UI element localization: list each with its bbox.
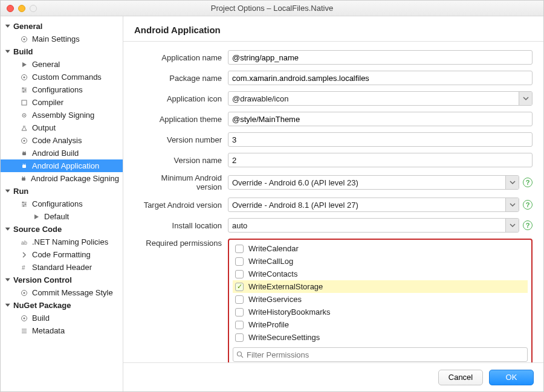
checkbox-icon[interactable] [235, 333, 244, 342]
permission-label: WriteCallLog [248, 257, 293, 266]
cancel-button[interactable]: Cancel [438, 370, 483, 385]
sidebar-item[interactable]: Main Settings [1, 33, 123, 45]
sidebar-item[interactable]: Code Analysis [1, 134, 123, 147]
input-app-name[interactable] [228, 50, 533, 65]
dialog-footer: Cancel OK [123, 362, 543, 391]
input-package-name[interactable] [228, 71, 533, 85]
permission-row[interactable]: WriteHistoryBookmarks [233, 306, 528, 318]
permission-label: WriteContacts [248, 269, 297, 278]
permission-row[interactable]: WriteProfile [233, 318, 528, 331]
disclosure-triangle-icon [5, 24, 10, 27]
sidebar-item-label: Configurations [32, 85, 83, 94]
sidebar-category-label: NuGet Package [13, 301, 71, 310]
permission-label: WriteSecureSettings [248, 333, 320, 342]
help-icon[interactable]: ? [523, 220, 533, 230]
sidebar-item[interactable]: General [1, 58, 123, 71]
main-panel: Android Application Application name Pac… [123, 16, 543, 391]
sidebar-category[interactable]: Build [1, 45, 123, 58]
sidebar-item[interactable]: Metadata [1, 324, 123, 337]
sidebar-category-label: Run [13, 187, 28, 196]
close-window-icon[interactable] [7, 5, 14, 12]
sidebar-item[interactable]: Code Formatting [1, 248, 123, 261]
sidebar-item[interactable]: Build [1, 312, 123, 324]
checkbox-icon[interactable] [235, 308, 244, 316]
android-icon [20, 175, 27, 183]
svg-line-22 [22, 176, 23, 178]
target-icon [20, 314, 28, 323]
help-icon[interactable]: ? [523, 200, 533, 210]
page-title: Android Application [134, 25, 533, 35]
dropdown-app-icon[interactable]: @drawable/icon [228, 91, 533, 106]
minimize-window-icon[interactable] [18, 5, 25, 12]
window-controls [1, 5, 37, 12]
sidebar-item-label: Compiler [32, 98, 63, 107]
sidebar-category[interactable]: Run [1, 185, 123, 198]
sidebar-item-label: Metadata [32, 326, 65, 335]
svg-point-12 [24, 115, 25, 116]
permission-row[interactable]: WriteCalendar [233, 242, 528, 255]
sidebar-category-label: Build [13, 47, 33, 56]
sidebar-item[interactable]: Configurations [1, 198, 123, 210]
play-icon [32, 213, 40, 221]
sidebar-item[interactable]: Android Package Signing [1, 172, 123, 185]
svg-point-29 [23, 205, 24, 206]
label-version-number: Version number [134, 135, 228, 144]
checkbox-icon[interactable] [235, 257, 244, 266]
chevron-down-icon[interactable] [519, 92, 532, 105]
label-app-theme: Application theme [134, 115, 228, 124]
label-install-location: Install location [134, 221, 228, 230]
sidebar-item[interactable]: Configurations [1, 83, 123, 96]
sidebar-item[interactable]: Android Build [1, 147, 123, 159]
sidebar-category[interactable]: NuGet Package [1, 299, 123, 312]
input-version-name[interactable] [228, 153, 533, 167]
dropdown-min-sdk[interactable]: Override - Android 6.0 (API level 23) [228, 175, 519, 190]
sidebar-item[interactable]: Compiler [1, 96, 123, 109]
label-package-name: Package name [134, 74, 228, 83]
sidebar-item-label: .NET Naming Policies [32, 237, 108, 246]
sidebar-item[interactable]: Custom Commands [1, 71, 123, 83]
chevron-down-icon[interactable] [505, 176, 519, 189]
sidebar-item-label: Configurations [32, 199, 83, 208]
sidebar-category[interactable]: General [1, 20, 123, 33]
sidebar-item[interactable]: Output [1, 121, 123, 134]
input-version-number[interactable] [228, 132, 533, 147]
sidebar-item-label: Standard Header [32, 263, 92, 272]
sidebar-category[interactable]: Source Code [1, 223, 123, 236]
svg-point-14 [24, 140, 25, 141]
permission-row[interactable]: WriteContacts [233, 268, 528, 280]
sidebar-item[interactable]: Android Application [1, 159, 123, 172]
list-icon [20, 327, 28, 335]
ok-button[interactable]: OK [489, 370, 534, 385]
permission-row[interactable]: WriteCallLog [233, 255, 528, 268]
target-icon [20, 289, 28, 297]
permissions-list[interactable]: WriteCalendarWriteCallLogWriteContacts✓W… [233, 242, 528, 344]
sidebar-item[interactable]: Assembly Signing [1, 109, 123, 121]
chevron-down-icon[interactable] [505, 198, 519, 211]
permission-row[interactable]: WriteGservices [233, 293, 528, 306]
sidebar-category[interactable]: Version Control [1, 274, 123, 286]
permissions-filter-input[interactable] [233, 347, 528, 362]
permission-row[interactable]: ✓WriteExternalStorage [233, 280, 528, 293]
sidebar-item[interactable]: #Standard Header [1, 261, 123, 274]
sidebar[interactable]: GeneralMain SettingsBuildGeneralCustom C… [1, 16, 123, 391]
dropdown-target-sdk[interactable]: Override - Android 8.1 (API level 27) [228, 198, 519, 212]
sidebar-item[interactable]: Default [1, 210, 123, 223]
input-app-theme[interactable] [228, 112, 533, 126]
sidebar-item[interactable]: ab.NET Naming Policies [1, 236, 123, 248]
permissions-filter-wrap [233, 347, 528, 362]
sidebar-item[interactable]: Commit Message Style [1, 286, 123, 299]
svg-line-19 [23, 164, 24, 165]
permission-row[interactable]: WriteSecureSettings [233, 331, 528, 344]
text-icon: ab [20, 238, 28, 246]
help-icon[interactable]: ? [523, 178, 533, 187]
dropdown-install-location[interactable]: auto [228, 218, 519, 233]
checkbox-icon[interactable]: ✓ [235, 283, 244, 291]
box-icon [20, 98, 28, 107]
row-min-sdk: Minimum Android version Override - Andro… [134, 173, 533, 191]
checkbox-icon[interactable] [235, 295, 244, 304]
chevron-down-icon[interactable] [505, 219, 519, 232]
checkbox-icon[interactable] [235, 245, 244, 253]
checkbox-icon[interactable] [235, 270, 244, 278]
row-permissions: Required permissions WriteCalendarWriteC… [134, 239, 533, 362]
checkbox-icon[interactable] [235, 321, 244, 329]
